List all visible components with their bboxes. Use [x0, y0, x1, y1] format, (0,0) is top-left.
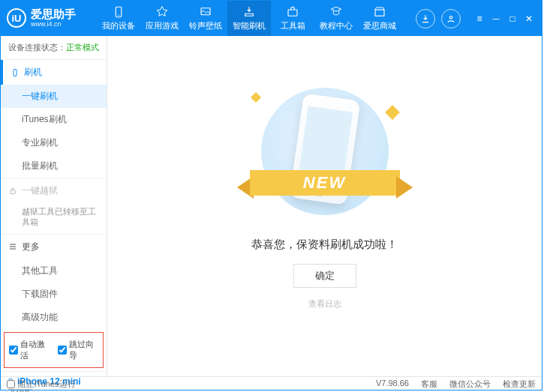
svg-rect-4: [375, 10, 384, 16]
sidebar-item-other-tools[interactable]: 其他工具: [1, 259, 107, 283]
svg-rect-6: [14, 69, 17, 76]
svg-rect-7: [11, 190, 15, 194]
minimize-icon[interactable]: ─: [489, 12, 503, 25]
sidebar-item-pro-flash[interactable]: 专业刷机: [1, 131, 107, 154]
ok-button[interactable]: 确定: [293, 264, 356, 288]
version-label: V7.98.66: [376, 379, 409, 390]
success-illustration: NEW: [239, 88, 411, 223]
sidebar-item-batch-flash[interactable]: 批量刷机: [1, 154, 107, 178]
main-content: NEW 恭喜您，保资料刷机成功啦！ 确定 查看日志: [107, 36, 542, 376]
top-nav: 我的设备 应用游戏 铃声壁纸 智能刷机 工具箱 教程中心 爱思商城: [97, 1, 413, 36]
download-icon[interactable]: [416, 9, 435, 28]
app-url: www.i4.cn: [31, 21, 76, 28]
connection-status: 设备连接状态：正常模式: [1, 36, 107, 59]
logo-icon: iU: [7, 8, 26, 28]
sidebar-item-advanced[interactable]: 高级功能: [1, 306, 107, 329]
sidebar-head-more[interactable]: 更多: [1, 235, 107, 259]
svg-point-1: [118, 15, 119, 16]
svg-point-5: [449, 16, 452, 19]
user-icon[interactable]: [441, 9, 461, 28]
wechat-link[interactable]: 微信公众号: [449, 379, 491, 390]
sidebar-head-jailbreak: 一键越狱: [1, 178, 107, 203]
ribbon-label: NEW: [250, 170, 400, 196]
checkbox-skip-guide[interactable]: 跳过向导: [58, 339, 99, 361]
customer-service-link[interactable]: 客服: [421, 379, 437, 390]
flash-options-highlight: 自动激活 跳过向导: [4, 332, 104, 368]
titlebar: iU 爱思助手 www.i4.cn 我的设备 应用游戏 铃声壁纸 智能刷机 工具…: [1, 1, 542, 36]
sidebar-item-itunes-flash[interactable]: iTunes刷机: [1, 108, 107, 131]
check-update-link[interactable]: 检查更新: [503, 379, 536, 390]
sidebar-head-flash[interactable]: 刷机: [1, 60, 107, 85]
sidebar-item-oneclick-flash[interactable]: 一键刷机: [1, 85, 107, 108]
checkbox-block-itunes[interactable]: 阻止iTunes运行: [7, 379, 76, 390]
nav-my-device[interactable]: 我的设备: [97, 1, 140, 36]
nav-apps-games[interactable]: 应用游戏: [140, 1, 184, 36]
close-icon[interactable]: ✕: [522, 12, 536, 25]
sidebar-item-download-firmware[interactable]: 下载固件: [1, 283, 107, 306]
checkbox-auto-activate[interactable]: 自动激活: [9, 339, 50, 361]
nav-toolbox[interactable]: 工具箱: [271, 1, 314, 36]
maximize-icon[interactable]: □: [506, 12, 519, 25]
app-logo: iU 爱思助手 www.i4.cn: [7, 8, 97, 28]
nav-smart-flash[interactable]: 智能刷机: [227, 1, 271, 36]
app-title: 爱思助手: [31, 8, 76, 21]
sidebar: 设备连接状态：正常模式 刷机 一键刷机 iTunes刷机 专业刷机 批量刷机 一…: [1, 36, 107, 376]
menu-icon[interactable]: ≡: [473, 12, 486, 25]
nav-store[interactable]: 爱思商城: [358, 1, 401, 36]
view-log-link[interactable]: 查看日志: [308, 298, 341, 310]
nav-ringtone-wallpaper[interactable]: 铃声壁纸: [184, 1, 227, 36]
jailbreak-note: 越狱工具已转移至工具箱: [1, 203, 107, 234]
nav-tutorials[interactable]: 教程中心: [314, 1, 358, 36]
success-message: 恭喜您，保资料刷机成功啦！: [251, 238, 398, 252]
svg-rect-3: [288, 10, 297, 16]
